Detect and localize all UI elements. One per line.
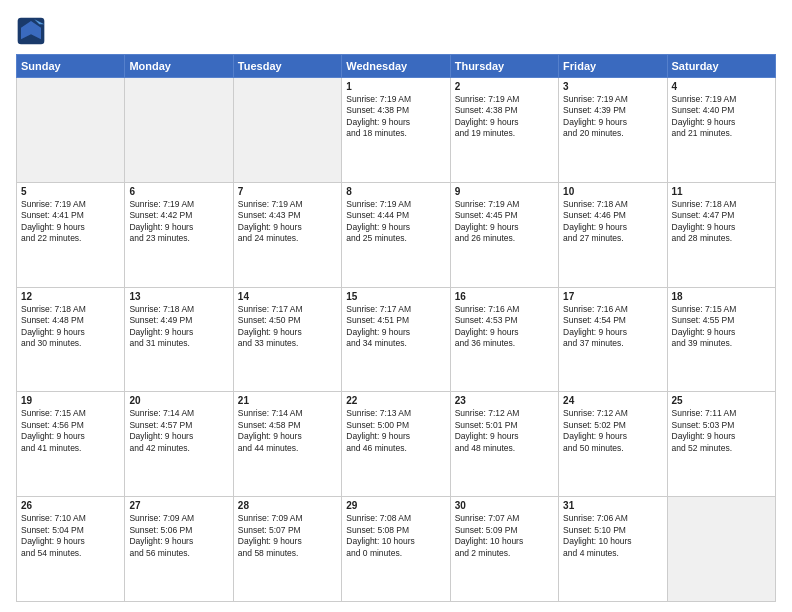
calendar-cell	[125, 78, 233, 183]
day-number: 27	[129, 500, 228, 511]
calendar-cell: 9Sunrise: 7:19 AM Sunset: 4:45 PM Daylig…	[450, 182, 558, 287]
cell-content: Sunrise: 7:18 AM Sunset: 4:48 PM Dayligh…	[21, 304, 120, 350]
calendar-cell	[667, 497, 775, 602]
cell-content: Sunrise: 7:17 AM Sunset: 4:51 PM Dayligh…	[346, 304, 445, 350]
calendar-cell: 24Sunrise: 7:12 AM Sunset: 5:02 PM Dayli…	[559, 392, 667, 497]
weekday-header-sunday: Sunday	[17, 55, 125, 78]
cell-content: Sunrise: 7:15 AM Sunset: 4:56 PM Dayligh…	[21, 408, 120, 454]
day-number: 29	[346, 500, 445, 511]
calendar-cell: 31Sunrise: 7:06 AM Sunset: 5:10 PM Dayli…	[559, 497, 667, 602]
day-number: 20	[129, 395, 228, 406]
day-number: 7	[238, 186, 337, 197]
calendar-cell: 2Sunrise: 7:19 AM Sunset: 4:38 PM Daylig…	[450, 78, 558, 183]
day-number: 19	[21, 395, 120, 406]
calendar-cell: 4Sunrise: 7:19 AM Sunset: 4:40 PM Daylig…	[667, 78, 775, 183]
cell-content: Sunrise: 7:18 AM Sunset: 4:47 PM Dayligh…	[672, 199, 771, 245]
day-number: 26	[21, 500, 120, 511]
cell-content: Sunrise: 7:11 AM Sunset: 5:03 PM Dayligh…	[672, 408, 771, 454]
calendar-cell: 28Sunrise: 7:09 AM Sunset: 5:07 PM Dayli…	[233, 497, 341, 602]
week-row-0: 1Sunrise: 7:19 AM Sunset: 4:38 PM Daylig…	[17, 78, 776, 183]
calendar-cell: 20Sunrise: 7:14 AM Sunset: 4:57 PM Dayli…	[125, 392, 233, 497]
day-number: 28	[238, 500, 337, 511]
day-number: 14	[238, 291, 337, 302]
cell-content: Sunrise: 7:19 AM Sunset: 4:41 PM Dayligh…	[21, 199, 120, 245]
weekday-header-tuesday: Tuesday	[233, 55, 341, 78]
calendar-cell: 5Sunrise: 7:19 AM Sunset: 4:41 PM Daylig…	[17, 182, 125, 287]
day-number: 5	[21, 186, 120, 197]
cell-content: Sunrise: 7:18 AM Sunset: 4:46 PM Dayligh…	[563, 199, 662, 245]
cell-content: Sunrise: 7:19 AM Sunset: 4:39 PM Dayligh…	[563, 94, 662, 140]
day-number: 13	[129, 291, 228, 302]
cell-content: Sunrise: 7:14 AM Sunset: 4:58 PM Dayligh…	[238, 408, 337, 454]
cell-content: Sunrise: 7:19 AM Sunset: 4:45 PM Dayligh…	[455, 199, 554, 245]
calendar-cell: 13Sunrise: 7:18 AM Sunset: 4:49 PM Dayli…	[125, 287, 233, 392]
cell-content: Sunrise: 7:08 AM Sunset: 5:08 PM Dayligh…	[346, 513, 445, 559]
week-row-2: 12Sunrise: 7:18 AM Sunset: 4:48 PM Dayli…	[17, 287, 776, 392]
day-number: 8	[346, 186, 445, 197]
calendar-cell: 16Sunrise: 7:16 AM Sunset: 4:53 PM Dayli…	[450, 287, 558, 392]
day-number: 15	[346, 291, 445, 302]
day-number: 2	[455, 81, 554, 92]
cell-content: Sunrise: 7:19 AM Sunset: 4:38 PM Dayligh…	[455, 94, 554, 140]
page: SundayMondayTuesdayWednesdayThursdayFrid…	[0, 0, 792, 612]
day-number: 12	[21, 291, 120, 302]
calendar-cell: 7Sunrise: 7:19 AM Sunset: 4:43 PM Daylig…	[233, 182, 341, 287]
cell-content: Sunrise: 7:09 AM Sunset: 5:06 PM Dayligh…	[129, 513, 228, 559]
cell-content: Sunrise: 7:19 AM Sunset: 4:43 PM Dayligh…	[238, 199, 337, 245]
week-row-1: 5Sunrise: 7:19 AM Sunset: 4:41 PM Daylig…	[17, 182, 776, 287]
day-number: 25	[672, 395, 771, 406]
calendar-cell: 29Sunrise: 7:08 AM Sunset: 5:08 PM Dayli…	[342, 497, 450, 602]
weekday-header-row: SundayMondayTuesdayWednesdayThursdayFrid…	[17, 55, 776, 78]
calendar-cell: 3Sunrise: 7:19 AM Sunset: 4:39 PM Daylig…	[559, 78, 667, 183]
calendar-cell: 27Sunrise: 7:09 AM Sunset: 5:06 PM Dayli…	[125, 497, 233, 602]
calendar-cell: 23Sunrise: 7:12 AM Sunset: 5:01 PM Dayli…	[450, 392, 558, 497]
cell-content: Sunrise: 7:12 AM Sunset: 5:02 PM Dayligh…	[563, 408, 662, 454]
day-number: 21	[238, 395, 337, 406]
calendar-cell: 17Sunrise: 7:16 AM Sunset: 4:54 PM Dayli…	[559, 287, 667, 392]
calendar-cell: 22Sunrise: 7:13 AM Sunset: 5:00 PM Dayli…	[342, 392, 450, 497]
day-number: 18	[672, 291, 771, 302]
header	[16, 16, 776, 46]
calendar-cell: 6Sunrise: 7:19 AM Sunset: 4:42 PM Daylig…	[125, 182, 233, 287]
cell-content: Sunrise: 7:13 AM Sunset: 5:00 PM Dayligh…	[346, 408, 445, 454]
cell-content: Sunrise: 7:10 AM Sunset: 5:04 PM Dayligh…	[21, 513, 120, 559]
calendar-cell: 30Sunrise: 7:07 AM Sunset: 5:09 PM Dayli…	[450, 497, 558, 602]
cell-content: Sunrise: 7:06 AM Sunset: 5:10 PM Dayligh…	[563, 513, 662, 559]
weekday-header-wednesday: Wednesday	[342, 55, 450, 78]
weekday-header-monday: Monday	[125, 55, 233, 78]
calendar-cell: 15Sunrise: 7:17 AM Sunset: 4:51 PM Dayli…	[342, 287, 450, 392]
day-number: 17	[563, 291, 662, 302]
cell-content: Sunrise: 7:17 AM Sunset: 4:50 PM Dayligh…	[238, 304, 337, 350]
cell-content: Sunrise: 7:12 AM Sunset: 5:01 PM Dayligh…	[455, 408, 554, 454]
logo	[16, 16, 50, 46]
day-number: 1	[346, 81, 445, 92]
calendar-cell: 1Sunrise: 7:19 AM Sunset: 4:38 PM Daylig…	[342, 78, 450, 183]
calendar-cell: 8Sunrise: 7:19 AM Sunset: 4:44 PM Daylig…	[342, 182, 450, 287]
calendar-cell: 12Sunrise: 7:18 AM Sunset: 4:48 PM Dayli…	[17, 287, 125, 392]
week-row-3: 19Sunrise: 7:15 AM Sunset: 4:56 PM Dayli…	[17, 392, 776, 497]
cell-content: Sunrise: 7:14 AM Sunset: 4:57 PM Dayligh…	[129, 408, 228, 454]
day-number: 23	[455, 395, 554, 406]
cell-content: Sunrise: 7:07 AM Sunset: 5:09 PM Dayligh…	[455, 513, 554, 559]
day-number: 4	[672, 81, 771, 92]
calendar-cell: 14Sunrise: 7:17 AM Sunset: 4:50 PM Dayli…	[233, 287, 341, 392]
day-number: 10	[563, 186, 662, 197]
calendar-cell: 26Sunrise: 7:10 AM Sunset: 5:04 PM Dayli…	[17, 497, 125, 602]
day-number: 16	[455, 291, 554, 302]
cell-content: Sunrise: 7:16 AM Sunset: 4:53 PM Dayligh…	[455, 304, 554, 350]
cell-content: Sunrise: 7:15 AM Sunset: 4:55 PM Dayligh…	[672, 304, 771, 350]
day-number: 3	[563, 81, 662, 92]
week-row-4: 26Sunrise: 7:10 AM Sunset: 5:04 PM Dayli…	[17, 497, 776, 602]
weekday-header-thursday: Thursday	[450, 55, 558, 78]
cell-content: Sunrise: 7:09 AM Sunset: 5:07 PM Dayligh…	[238, 513, 337, 559]
logo-icon	[16, 16, 46, 46]
calendar-cell	[17, 78, 125, 183]
cell-content: Sunrise: 7:16 AM Sunset: 4:54 PM Dayligh…	[563, 304, 662, 350]
cell-content: Sunrise: 7:19 AM Sunset: 4:42 PM Dayligh…	[129, 199, 228, 245]
cell-content: Sunrise: 7:19 AM Sunset: 4:38 PM Dayligh…	[346, 94, 445, 140]
calendar-cell: 10Sunrise: 7:18 AM Sunset: 4:46 PM Dayli…	[559, 182, 667, 287]
day-number: 31	[563, 500, 662, 511]
day-number: 24	[563, 395, 662, 406]
calendar-cell: 18Sunrise: 7:15 AM Sunset: 4:55 PM Dayli…	[667, 287, 775, 392]
weekday-header-friday: Friday	[559, 55, 667, 78]
